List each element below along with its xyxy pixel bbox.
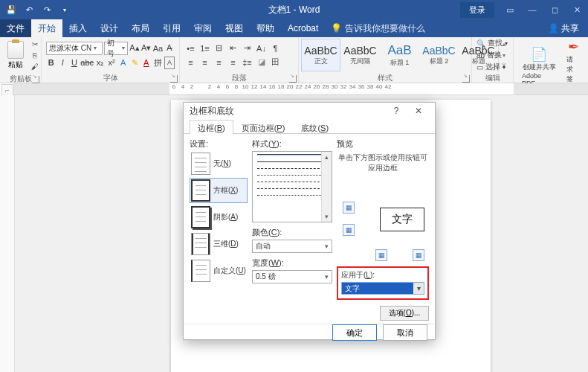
maximize-icon[interactable]: ◻ — [543, 0, 566, 19]
horizontal-ruler[interactable]: 6422468101214161820222426283032343638404… — [13, 83, 588, 95]
cancel-button[interactable]: 取消 — [383, 324, 427, 341]
style-no-spacing[interactable]: AaBbC无间隔 — [340, 39, 380, 71]
font-name-combo[interactable]: 思源宋体 CN▾ — [46, 42, 103, 55]
setting-box[interactable]: 方框(X) — [190, 178, 248, 203]
copy-icon[interactable]: ⎘ — [28, 50, 42, 61]
setting-custom[interactable]: 自定义(U) — [190, 258, 248, 283]
tab-file[interactable]: 文件 — [0, 19, 31, 37]
scroll-up-icon[interactable]: ▴ — [322, 152, 332, 162]
grow-font-icon[interactable]: A▴ — [129, 42, 140, 54]
style-heading2[interactable]: AaBbC标题 2 — [419, 39, 459, 71]
border-top-toggle[interactable]: ▦ — [343, 202, 355, 214]
share-button[interactable]: 👤 共享 — [539, 19, 588, 37]
apply-to-combo[interactable]: 文字 ▾ — [341, 282, 424, 295]
tab-design[interactable]: 设计 — [94, 19, 125, 37]
close-icon[interactable]: ✕ — [566, 0, 588, 19]
font-color-icon[interactable]: A — [141, 57, 152, 69]
font-dialog-launcher-icon[interactable] — [170, 75, 178, 83]
superscript-button[interactable]: x² — [106, 57, 117, 69]
style-heading1[interactable]: AaB标题 1 — [380, 39, 419, 71]
increase-indent-icon[interactable]: ⇥ — [241, 42, 253, 54]
char-border-icon[interactable]: A — [164, 57, 175, 69]
line-spacing-icon[interactable]: ‡≡ — [241, 56, 253, 68]
clipboard-dialog-launcher-icon[interactable] — [32, 76, 39, 83]
borders-icon[interactable]: 田 — [269, 56, 282, 68]
tab-help[interactable]: 帮助 — [250, 19, 281, 37]
line-style-listbox[interactable]: ▴ ▾ — [252, 151, 332, 222]
setting-none[interactable]: 无(N) — [190, 151, 248, 176]
highlight-icon[interactable]: ✎ — [129, 57, 140, 69]
create-pdf-button[interactable]: 📄 创建并共享 Adobe PDF — [518, 46, 560, 87]
search-icon: 🔍 — [476, 39, 485, 48]
numbering-icon[interactable]: 1≡ — [198, 42, 211, 54]
width-combo[interactable]: 0.5 磅▾ — [252, 270, 332, 283]
color-combo[interactable]: 自动▾ — [252, 240, 332, 253]
clear-format-icon[interactable]: A̶ — [164, 42, 175, 54]
decrease-indent-icon[interactable]: ⇤ — [227, 42, 239, 54]
tab-insert[interactable]: 插入 — [62, 19, 94, 37]
listbox-scrollbar[interactable]: ▴ ▾ — [321, 152, 332, 222]
vertical-ruler[interactable] — [0, 95, 15, 372]
border-left-toggle[interactable]: ▦ — [375, 249, 387, 261]
subscript-button[interactable]: x₂ — [95, 57, 106, 69]
styles-dialog-launcher-icon[interactable] — [462, 75, 470, 83]
phonetic-guide-icon[interactable]: 拼 — [153, 57, 164, 69]
bullets-icon[interactable]: •≡ — [184, 42, 197, 54]
align-center-icon[interactable]: ≡ — [198, 56, 211, 68]
tab-layout[interactable]: 布局 — [125, 19, 156, 37]
italic-button[interactable]: I — [58, 57, 68, 69]
shrink-font-icon[interactable]: A▾ — [141, 42, 152, 54]
paragraph-dialog-launcher-icon[interactable] — [289, 75, 297, 83]
paste-button[interactable]: 粘贴 — [4, 39, 27, 71]
dialog-help-icon[interactable]: ? — [386, 103, 407, 119]
tab-home[interactable]: 开始 — [31, 19, 62, 37]
title-bar: 💾 ↶ ↷ ▾ 文档1 - Word 登录 ▭ — ◻ ✕ — [0, 0, 588, 19]
ribbon-display-icon[interactable]: ▭ — [499, 0, 521, 19]
dialog-close-icon[interactable]: ✕ — [408, 103, 429, 119]
minimize-icon[interactable]: — — [521, 0, 543, 19]
show-marks-icon[interactable]: ¶ — [269, 42, 282, 54]
font-size-combo[interactable]: 初号▾ — [104, 42, 128, 55]
tab-view[interactable]: 视图 — [219, 19, 250, 37]
ok-button[interactable]: 确定 — [332, 324, 377, 341]
cut-icon[interactable]: ✂ — [28, 39, 42, 50]
align-left-icon[interactable]: ≡ — [184, 56, 197, 68]
underline-button[interactable]: U — [69, 57, 80, 69]
scroll-down-icon[interactable]: ▾ — [322, 211, 332, 222]
multilevel-icon[interactable]: ⊟ — [213, 42, 225, 54]
text-effects-icon[interactable]: A — [118, 57, 129, 69]
setting-3d[interactable]: 三维(D) — [190, 231, 248, 257]
select-button[interactable]: ▭选择▾ — [475, 61, 509, 73]
dialog-tab-page-borders[interactable]: 页面边框(P) — [233, 120, 294, 134]
options-button[interactable]: 选项(O)... — [380, 306, 429, 321]
justify-icon[interactable]: ≡ — [227, 56, 239, 68]
border-bottom-toggle[interactable]: ▦ — [343, 224, 355, 236]
align-right-icon[interactable]: ≡ — [213, 56, 225, 68]
qat-customize-icon[interactable]: ▾ — [56, 1, 73, 18]
border-right-toggle[interactable]: ▦ — [413, 249, 424, 261]
shading-icon[interactable]: ◪ — [255, 56, 268, 68]
tab-selector-icon[interactable]: ⌐ — [1, 84, 13, 96]
login-button[interactable]: 登录 — [460, 2, 494, 18]
redo-icon[interactable]: ↷ — [39, 1, 55, 18]
dialog-tab-shading[interactable]: 底纹(S) — [293, 120, 337, 134]
format-painter-icon[interactable]: 🖌 — [28, 61, 42, 72]
sort-icon[interactable]: A↓ — [255, 42, 268, 54]
setting-shadow[interactable]: 阴影(A) — [190, 205, 248, 230]
strikethrough-button[interactable]: abc — [81, 57, 94, 69]
dialog-tab-borders[interactable]: 边框(B) — [190, 120, 233, 134]
undo-icon[interactable]: ↶ — [21, 1, 37, 18]
tab-review[interactable]: 审阅 — [187, 19, 219, 37]
dialog-titlebar[interactable]: 边框和底纹 ? ✕ — [184, 103, 435, 119]
tell-me-placeholder: 告诉我你想要做什么 — [345, 22, 425, 35]
save-icon[interactable]: 💾 — [3, 1, 19, 18]
replace-button[interactable]: ab替换 — [475, 49, 509, 61]
tab-acrobat[interactable]: Acrobat — [281, 19, 325, 37]
bold-button[interactable]: B — [46, 57, 56, 69]
style-preview: AaB — [387, 43, 411, 58]
style-normal[interactable]: AaBbC正文 — [301, 39, 340, 71]
tab-references[interactable]: 引用 — [156, 19, 187, 37]
tell-me-search[interactable]: 💡 告诉我你想要做什么 — [331, 19, 425, 37]
find-button[interactable]: 🔍查找▾ — [475, 37, 509, 49]
change-case-icon[interactable]: Aa — [153, 42, 164, 54]
